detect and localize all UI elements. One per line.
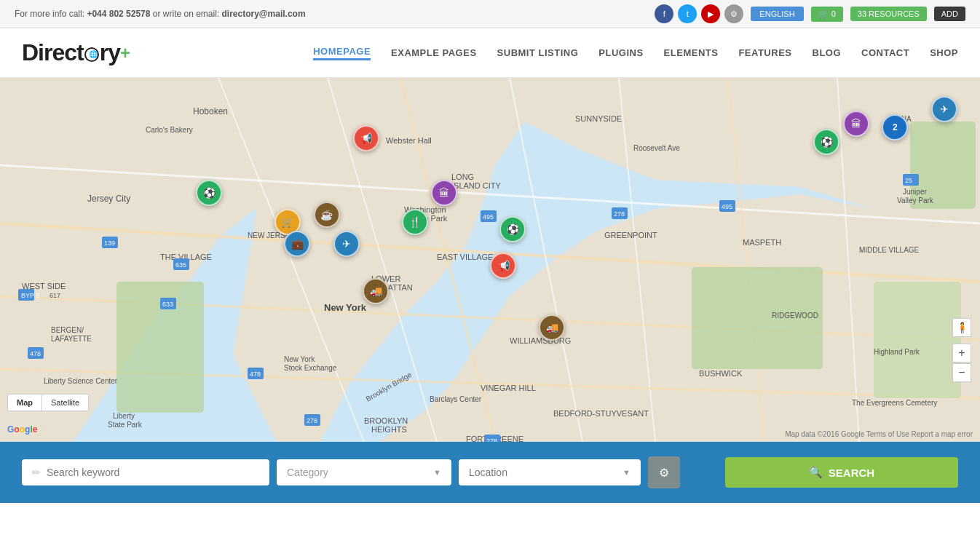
search-keyword-input[interactable]	[47, 467, 259, 478]
email-text: or write on email:	[150, 9, 221, 19]
social-icons: f t ▶ ⚙	[655, 4, 743, 23]
svg-text:Juniper: Juniper	[903, 188, 927, 196]
cart-icon: 🛒	[818, 9, 829, 19]
svg-text:HEIGHTS: HEIGHTS	[371, 425, 407, 434]
svg-text:633: 633	[162, 301, 173, 308]
category-select-wrap: Category Restaurant Hotel Shop Sports ▼	[277, 459, 451, 485]
map-pin-green-soccer[interactable]: ⚽	[196, 180, 222, 206]
search-bar: ✏ Category Restaurant Hotel Shop Sports …	[0, 442, 980, 503]
youtube-icon[interactable]: ▶	[701, 4, 720, 23]
svg-text:Highland Park: Highland Park	[874, 348, 920, 356]
map-zoom-controls: + −	[952, 344, 971, 382]
svg-text:The Evergreens Cemetery: The Evergreens Cemetery	[852, 399, 937, 407]
add-button[interactable]: ADD	[934, 7, 965, 21]
search-button[interactable]: 🔍 SEARCH	[725, 457, 958, 488]
main-nav: HOMEPAGE EXAMPLE PAGES SUBMIT LISTING PL…	[313, 46, 958, 60]
svg-text:GREENPOINT: GREENPOINT	[604, 231, 657, 239]
nav-homepage[interactable]: HOMEPAGE	[313, 46, 371, 60]
cart-button[interactable]: 🛒 0	[811, 7, 843, 22]
language-button[interactable]: ENGLISH	[751, 7, 803, 21]
svg-text:MASPETH: MASPETH	[743, 238, 781, 247]
nav-shop[interactable]: SHOP	[930, 47, 958, 58]
cart-count: 0	[831, 9, 836, 18]
nav-blog[interactable]: BLOG	[813, 47, 842, 58]
google-logo: Google	[7, 424, 37, 435]
settings-button[interactable]: ⚙	[648, 456, 680, 488]
svg-text:BYP 9: BYP 9	[21, 292, 39, 299]
map-container[interactable]: Jersey City WEST SIDE BERGEN/ LAFAYETTE …	[0, 78, 980, 442]
facebook-icon[interactable]: f	[655, 4, 673, 23]
header: Direct🌐ry+ HOMEPAGE EXAMPLE PAGES SUBMIT…	[0, 28, 980, 78]
svg-text:State Park: State Park	[108, 421, 143, 429]
map-pin-purple-2[interactable]: 🏛	[843, 111, 869, 137]
location-dropdown-arrow: ▼	[623, 468, 631, 477]
svg-text:BROOKLYN: BROOKLYN	[364, 416, 408, 425]
twitter-icon[interactable]: t	[678, 4, 697, 23]
svg-text:278: 278	[307, 417, 317, 424]
svg-text:Valley Park: Valley Park	[897, 197, 934, 205]
gear-settings-icon: ⚙	[659, 466, 669, 480]
svg-text:Stock Exchange: Stock Exchange	[284, 364, 337, 372]
svg-text:Carlo's Bakery: Carlo's Bakery	[146, 126, 193, 134]
map-pin-brown-coffee[interactable]: ☕	[314, 202, 340, 228]
top-bar-right: f t ▶ ⚙ ENGLISH 🛒 0 33 RESOURCES ADD	[655, 4, 965, 23]
category-select[interactable]: Category Restaurant Hotel Shop Sports	[287, 467, 427, 478]
keyword-input-wrap: ✏	[22, 459, 269, 485]
svg-text:Liberty Science Center: Liberty Science Center	[44, 377, 118, 385]
map-pin-green-food[interactable]: 🍴	[402, 209, 428, 235]
streetview-icon[interactable]: 🧍	[952, 318, 971, 337]
nav-submit-listing[interactable]: SUBMIT LISTING	[497, 47, 579, 58]
settings-icon[interactable]: ⚙	[724, 4, 743, 23]
map-type-map[interactable]: Map	[8, 395, 42, 411]
svg-rect-19	[910, 122, 976, 209]
location-input[interactable]	[469, 467, 617, 478]
map-pin-purple-building[interactable]: 🏛	[431, 180, 457, 206]
svg-text:LONG: LONG	[451, 173, 474, 181]
zoom-out-button[interactable]: −	[952, 363, 971, 382]
location-input-wrap: ▼	[459, 459, 641, 485]
svg-text:ISLAND CITY: ISLAND CITY	[451, 181, 502, 190]
svg-text:EAST VILLAGE: EAST VILLAGE	[437, 253, 493, 261]
svg-text:SUNNYSIDE: SUNNYSIDE	[575, 114, 622, 123]
svg-text:25: 25	[905, 177, 912, 184]
category-dropdown-arrow: ▼	[433, 468, 441, 477]
svg-text:New York: New York	[324, 302, 367, 313]
svg-text:Roosevelt Ave: Roosevelt Ave	[633, 144, 680, 152]
pencil-icon: ✏	[32, 467, 41, 478]
svg-text:278: 278	[614, 210, 625, 218]
svg-text:495: 495	[722, 203, 732, 210]
nav-elements[interactable]: ELEMENTS	[664, 47, 719, 58]
map-pin-brown-truck[interactable]: 🚚	[363, 278, 389, 304]
svg-text:BERGEN/: BERGEN/	[51, 326, 84, 334]
svg-text:139: 139	[104, 239, 115, 247]
contact-info: For more info call: +044 802 52578 or wr…	[15, 9, 306, 19]
logo-plus: +	[120, 43, 130, 63]
resources-button[interactable]: 33 RESOURCES	[850, 7, 927, 21]
map-pin-blue-top[interactable]: ✈	[931, 96, 957, 122]
svg-text:New York: New York	[284, 355, 315, 363]
nav-contact[interactable]: CONTACT	[861, 47, 909, 58]
logo: Direct🌐ry+	[22, 39, 130, 66]
map-pin-blue-plane[interactable]: ✈	[333, 231, 360, 257]
nav-plugins[interactable]: PLUGINS	[598, 47, 643, 58]
map-pin-red-1[interactable]: 📢	[353, 125, 379, 151]
map-pin-red-2[interactable]: 📢	[490, 253, 516, 279]
svg-text:495: 495	[483, 213, 494, 221]
svg-text:RIDGEWOOD: RIDGEWOOD	[772, 312, 818, 320]
svg-text:VINEGAR HILL: VINEGAR HILL	[481, 384, 536, 392]
svg-text:MIDDLE VILLAGE: MIDDLE VILLAGE	[859, 246, 920, 254]
svg-text:Liberty: Liberty	[113, 412, 135, 420]
top-bar: For more info call: +044 802 52578 or wr…	[0, 0, 980, 28]
nav-features[interactable]: FEATURES	[738, 47, 791, 58]
zoom-in-button[interactable]: +	[952, 344, 971, 362]
map-pin-green-soccer-3[interactable]: ⚽	[813, 129, 839, 155]
search-button-label: SEARCH	[829, 467, 874, 479]
info-text: For more info call:	[15, 9, 87, 19]
logo-text: Direct🌐ry	[22, 39, 120, 66]
svg-text:617: 617	[50, 292, 60, 299]
svg-text:Jersey City: Jersey City	[87, 194, 130, 204]
nav-example-pages[interactable]: EXAMPLE PAGES	[391, 47, 477, 58]
svg-text:635: 635	[175, 261, 186, 269]
svg-text:Hoboken: Hoboken	[193, 106, 228, 116]
map-type-satellite[interactable]: Satellite	[42, 395, 88, 411]
